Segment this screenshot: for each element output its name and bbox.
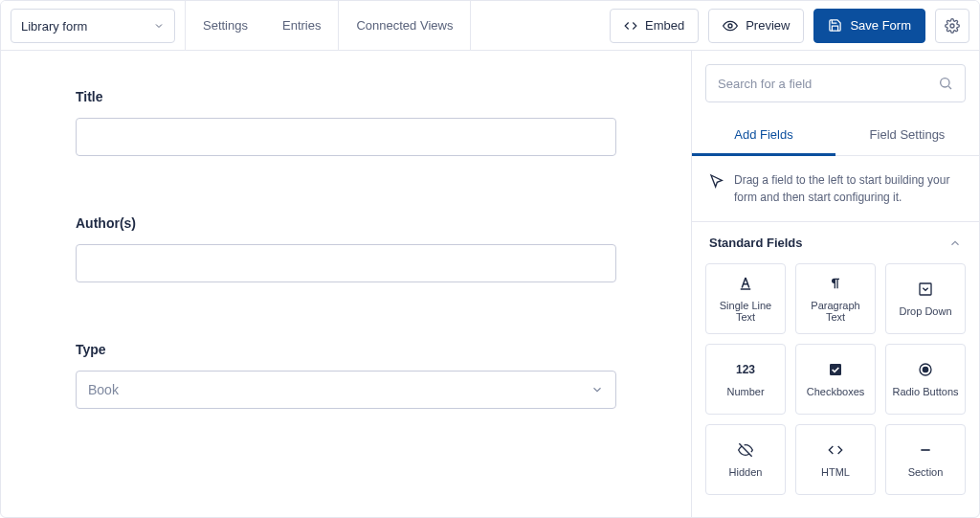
nav-settings[interactable]: Settings [186,1,265,50]
nav-connected-views[interactable]: Connected Views [339,1,470,50]
tab-add-fields[interactable]: Add Fields [692,116,835,156]
svg-point-9 [923,367,927,372]
minus-icon [917,441,934,459]
tile-checkboxes[interactable]: Checkboxes [795,344,876,415]
svg-rect-7 [830,364,841,375]
tile-label: Checkboxes [807,386,865,397]
nav-entries[interactable]: Entries [265,1,338,50]
hint-text: Drag a field to the left to start buildi… [734,171,962,206]
topbar: Library form Settings Entries Connected … [1,1,979,51]
search-icon [938,76,953,91]
tile-label: Drop Down [899,305,951,317]
spacer [471,1,600,50]
type-select-value: Book [88,382,119,397]
paragraph-icon [827,275,844,292]
field-label: Title [76,89,616,104]
hint: Drag a field to the left to start buildi… [692,156,979,222]
chevron-down-icon [153,20,165,32]
save-icon [828,18,842,33]
tile-paragraph-text[interactable]: Paragraph Text [795,263,876,334]
authors-input[interactable] [76,244,616,282]
field-title[interactable]: Title [76,89,616,156]
tile-html[interactable]: HTML [795,424,876,495]
section-standard-fields[interactable]: Standard Fields [692,222,979,263]
tile-radio-buttons[interactable]: Radio Buttons [885,344,966,415]
form-picker-wrap: Library form [1,1,185,50]
number-icon: 123 [737,361,754,378]
nav-group-primary: Settings Entries [185,1,339,50]
form-picker[interactable]: Library form [11,9,175,43]
code-icon [827,441,844,459]
embed-label: Embed [645,18,684,33]
dropdown-icon [917,281,934,298]
preview-button[interactable]: Preview [708,9,804,43]
tile-section[interactable]: Section [885,424,966,495]
chevron-down-icon [590,383,604,396]
section-title: Standard Fields [709,236,803,250]
nav-group-secondary: Connected Views [339,1,471,50]
tile-label: Paragraph Text [800,300,871,323]
settings-button[interactable] [935,9,969,43]
svg-point-0 [728,24,732,28]
form-picker-label: Library form [21,19,87,34]
tile-label: Radio Buttons [892,386,958,397]
svg-rect-6 [920,283,931,295]
eye-icon [723,18,738,34]
tile-label: Number [726,386,764,397]
type-select[interactable]: Book [76,371,616,409]
svg-point-2 [941,79,949,87]
cursor-icon [709,173,724,206]
tile-hidden[interactable]: Hidden [705,424,786,495]
tile-label: Single Line Text [710,300,781,323]
sidepanel: Search for a field Add Fields Field Sett… [692,51,979,518]
chevron-up-icon [948,236,962,250]
field-type[interactable]: Type Book [76,342,616,409]
search-wrap: Search for a field [692,51,979,116]
title-input[interactable] [76,118,616,156]
save-button[interactable]: Save Form [813,9,925,43]
code-icon [624,19,637,33]
search-placeholder: Search for a field [718,77,812,91]
eye-off-icon [737,441,754,459]
embed-button[interactable]: Embed [610,9,699,43]
side-tabs: Add Fields Field Settings [692,116,979,156]
field-label: Author(s) [76,215,616,231]
svg-point-1 [950,24,954,28]
form-canvas: Title Author(s) Type Book [1,51,692,518]
tile-single-line-text[interactable]: Single Line Text [705,263,786,334]
field-label: Type [76,342,616,357]
tile-drop-down[interactable]: Drop Down [885,263,966,334]
tab-field-settings[interactable]: Field Settings [835,116,979,155]
gear-icon [945,18,960,34]
field-authors[interactable]: Author(s) [76,215,616,282]
save-label: Save Form [850,18,911,33]
preview-label: Preview [746,18,790,33]
svg-line-3 [948,86,951,89]
tile-label: Section [908,466,944,478]
tile-label: Hidden [729,466,763,478]
tile-number[interactable]: 123 Number [705,344,786,415]
tile-label: HTML [821,466,850,478]
main: Title Author(s) Type Book Search for a f… [1,51,979,518]
checkbox-icon [827,361,844,378]
search-input[interactable]: Search for a field [705,64,966,102]
radio-icon [917,361,934,378]
topbar-actions: Embed Preview Save Form [600,1,979,50]
text-icon [737,275,754,292]
field-grid: Single Line Text Paragraph Text Drop Dow… [692,263,979,508]
